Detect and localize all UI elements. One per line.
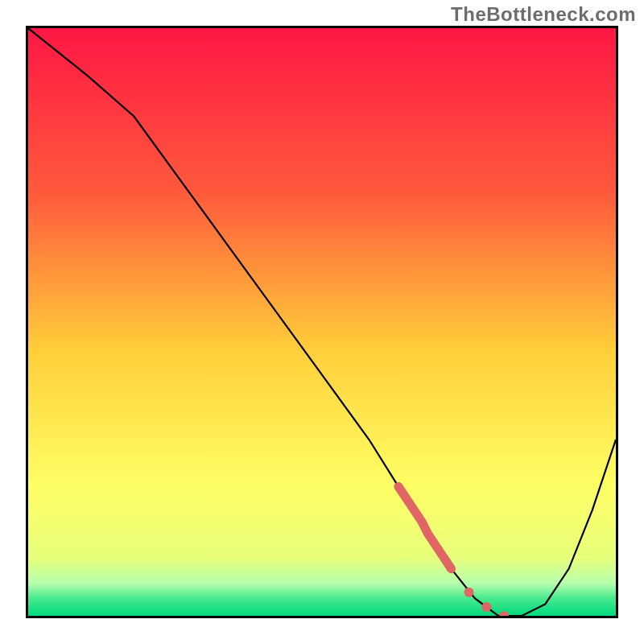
- highlight-dot: [464, 588, 474, 597]
- chart-svg: [28, 28, 616, 616]
- plot-frame: [26, 26, 618, 618]
- watermark-text: TheBottleneck.com: [451, 3, 636, 26]
- gradient-background: [28, 28, 616, 616]
- chart-root: { "watermark": "TheBottleneck.com", "col…: [0, 0, 644, 644]
- highlight-dot: [481, 602, 491, 612]
